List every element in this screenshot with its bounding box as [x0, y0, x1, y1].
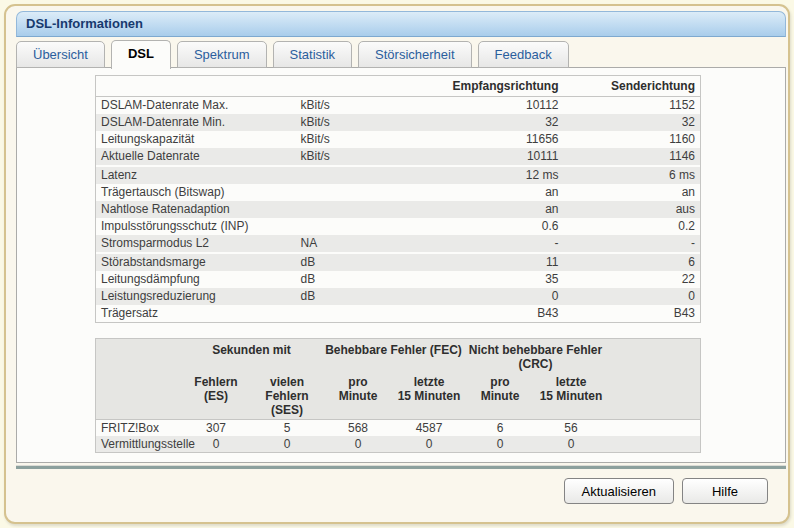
col-header-fec-per-minute: proMinute	[323, 373, 394, 420]
table-row: Stromsparmodus L2NA--	[96, 235, 701, 252]
table-row: Trägertausch (Bitswap)anan	[96, 184, 701, 201]
table-row-vermittlungsstelle: Vermittlungsstelle 0 0 0 0 0 0	[96, 436, 701, 453]
col-header-parameter	[96, 76, 296, 97]
table-row: Latenz12 ms6 ms	[96, 167, 701, 184]
window-titlebar: DSL-Informationen	[16, 11, 786, 37]
table-row: LeitungsdämpfungdB3522	[96, 271, 701, 288]
table-row: Aktuelle DatenratekBit/s101111146	[96, 148, 701, 165]
tab-dsl[interactable]: DSL	[111, 40, 171, 69]
tab-stoersicherheit[interactable]: Störsicherheit	[358, 41, 471, 68]
group-header-fec: Behebbare Fehler (FEC)	[323, 339, 465, 374]
sub-header-filler	[607, 373, 701, 420]
table-header-row: Empfangsrichtung Senderichtung	[96, 76, 701, 97]
table-row: LeitungskapazitätkBit/s116561160	[96, 131, 701, 148]
content-separator	[16, 465, 786, 469]
table-row: Nahtlose Ratenadaptionanaus	[96, 201, 701, 218]
table-row: Impulsstörungsschutz (INP)0.60.2	[96, 218, 701, 235]
col-header-crc-last-15min: letzte15 Minuten	[536, 373, 607, 420]
col-header-crc-per-minute: proMinute	[465, 373, 536, 420]
sub-header-row: Fehlern (ES) vielenFehlern (SES) proMinu…	[96, 373, 701, 420]
tab-bar: Übersicht DSL Spektrum Statistik Störsic…	[16, 40, 569, 68]
error-statistics-table: Sekunden mit Behebbare Fehler (FEC) Nich…	[95, 338, 701, 453]
group-header-filler	[607, 339, 701, 374]
table-row: LeistungsreduzierungdB00	[96, 288, 701, 305]
table-row: DSLAM-Datenrate Max.kBit/s101121152	[96, 97, 701, 115]
dsl-information-window: DSL-Informationen Übersicht DSL Spektrum…	[4, 4, 790, 524]
col-header-fec-last-15min: letzte15 Minuten	[394, 373, 465, 420]
group-header-row: Sekunden mit Behebbare Fehler (FEC) Nich…	[96, 339, 701, 374]
tab-uebersicht[interactable]: Übersicht	[16, 41, 105, 68]
col-header-es: Fehlern (ES)	[181, 373, 252, 420]
table-row: DSLAM-Datenrate Min.kBit/s3232	[96, 114, 701, 131]
tab-spektrum[interactable]: Spektrum	[177, 41, 267, 68]
table-row-fritzbox: FRITZ!Box 307 5 568 4587 6 56	[96, 420, 701, 437]
page-title: DSL-Informationen	[26, 16, 143, 31]
group-header-seconds: Sekunden mit	[181, 339, 323, 374]
refresh-button[interactable]: Aktualisieren	[564, 478, 674, 504]
dsl-parameters-table: Empfangsrichtung Senderichtung DSLAM-Dat…	[95, 75, 701, 323]
button-row: Aktualisieren Hilfe	[564, 478, 768, 504]
col-header-unit	[296, 76, 406, 97]
dsl-content-panel: Empfangsrichtung Senderichtung DSLAM-Dat…	[16, 67, 786, 463]
table-row: TrägersatzB43B43	[96, 305, 701, 323]
group-header-crc: Nicht behebbare Fehler(CRC)	[465, 339, 607, 374]
col-header-downstream: Empfangsrichtung	[406, 76, 564, 97]
help-button[interactable]: Hilfe	[682, 478, 768, 504]
table-row: StörabstandsmargedB116	[96, 254, 701, 271]
tab-feedback[interactable]: Feedback	[478, 41, 569, 68]
tab-statistik[interactable]: Statistik	[273, 41, 353, 68]
col-header-ses: vielenFehlern (SES)	[252, 373, 323, 420]
col-header-upstream: Senderichtung	[564, 76, 701, 97]
